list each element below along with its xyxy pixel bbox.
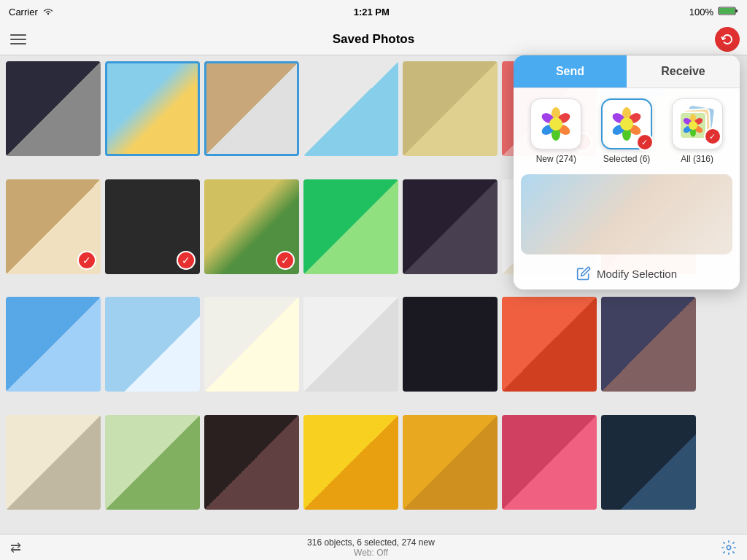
receive-tab-label: Receive <box>661 65 705 78</box>
check-badge: ✓ <box>77 251 96 270</box>
photo-item[interactable] <box>6 61 101 156</box>
photo-item[interactable] <box>204 297 299 392</box>
menu-icon[interactable] <box>10 34 26 44</box>
category-all[interactable]: ✓ All (316) <box>672 98 723 164</box>
photo-item[interactable] <box>6 415 101 510</box>
carrier-label: Carrier <box>9 7 38 18</box>
svg-point-10 <box>549 117 562 131</box>
wifi-icon <box>42 6 54 18</box>
status-bar: Carrier 1:21 PM 100% <box>0 0 747 23</box>
settings-icon[interactable] <box>721 540 737 556</box>
photo-item[interactable] <box>601 297 696 392</box>
all-label: All (316) <box>681 154 713 164</box>
stacked-photos: ✓ <box>679 106 716 142</box>
selected-badge: ✓ <box>636 133 654 151</box>
modify-selection-button[interactable]: Modify Selection <box>514 257 740 289</box>
popup-tabs: Send Receive <box>514 55 740 88</box>
status-right: 100% <box>689 6 738 18</box>
new-label: New (274) <box>536 154 576 164</box>
selected-label: Selected (6) <box>603 154 651 164</box>
popup-panel: Send Receive New (274) <box>514 55 740 289</box>
photo-item[interactable]: ✓ <box>105 179 200 274</box>
photo-item[interactable]: ✓ <box>204 179 299 274</box>
photo-item[interactable] <box>403 297 498 392</box>
status-left: Carrier <box>9 6 54 18</box>
popup-preview <box>521 174 732 254</box>
photo-item[interactable] <box>204 61 299 156</box>
photo-item[interactable]: ✓ <box>6 179 101 274</box>
category-selected[interactable]: ✓ Selected (6) <box>601 98 652 164</box>
photo-item[interactable] <box>403 61 498 156</box>
all-icon: ✓ <box>672 98 723 149</box>
send-tab[interactable]: Send <box>514 55 627 88</box>
status-time: 1:21 PM <box>354 7 390 18</box>
battery-label: 100% <box>689 7 713 18</box>
object-count: 316 objects, 6 selected, 274 new <box>21 537 721 548</box>
category-icons-row: New (274) ✓ Selected (6) <box>514 88 740 171</box>
battery-icon <box>718 6 738 18</box>
photo-item[interactable] <box>6 297 101 392</box>
new-icon <box>530 98 581 149</box>
pencil-icon <box>576 266 591 281</box>
svg-rect-2 <box>735 9 738 12</box>
check-badge: ✓ <box>276 251 295 270</box>
svg-point-25 <box>727 545 731 550</box>
check-badge: ✓ <box>177 251 196 270</box>
photo-item[interactable] <box>303 415 398 510</box>
transfer-icon[interactable]: ⇄ <box>10 540 21 556</box>
bottom-bar-info: 316 objects, 6 selected, 274 new Web: Of… <box>21 537 721 558</box>
header: Saved Photos <box>0 23 747 55</box>
photo-item[interactable] <box>502 415 597 510</box>
selected-icon: ✓ <box>601 98 652 149</box>
photo-item[interactable] <box>105 297 200 392</box>
modify-selection-label: Modify Selection <box>597 268 677 280</box>
page-title: Saved Photos <box>333 32 414 47</box>
photo-item[interactable] <box>403 415 498 510</box>
photo-item[interactable] <box>105 415 200 510</box>
send-tab-label: Send <box>556 65 584 78</box>
svg-rect-3 <box>719 8 735 14</box>
svg-point-24 <box>689 121 697 130</box>
photo-item[interactable] <box>303 179 398 274</box>
bottom-bar: ⇄ 316 objects, 6 selected, 274 new Web: … <box>0 534 747 560</box>
photo-item[interactable] <box>303 61 398 156</box>
photo-item[interactable] <box>105 61 200 156</box>
web-status: Web: Off <box>21 548 721 558</box>
category-new[interactable]: New (274) <box>530 98 581 164</box>
receive-tab[interactable]: Receive <box>627 55 740 88</box>
svg-point-0 <box>47 12 49 14</box>
photo-item[interactable] <box>502 297 597 392</box>
svg-point-17 <box>620 117 633 131</box>
photo-item[interactable] <box>601 415 696 510</box>
all-badge: ✓ <box>704 128 721 145</box>
photo-item[interactable] <box>403 179 498 274</box>
photo-item[interactable] <box>303 297 398 392</box>
photo-item[interactable] <box>204 415 299 510</box>
refresh-button[interactable] <box>715 27 740 52</box>
